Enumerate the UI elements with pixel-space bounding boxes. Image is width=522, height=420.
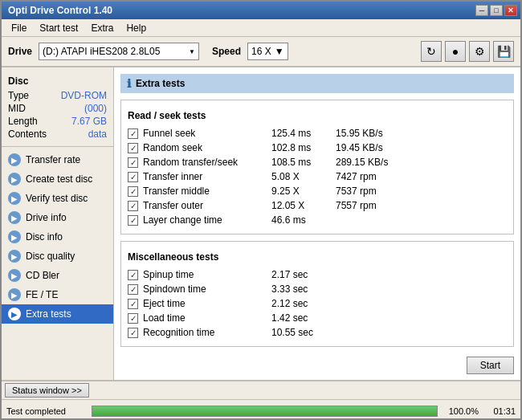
transfer-middle-checkbox[interactable]: ✓ xyxy=(128,186,138,197)
status-window-button[interactable]: Status window >> xyxy=(5,383,89,398)
misc-title: Miscellaneous tests xyxy=(128,251,507,263)
random-seek-checkbox[interactable]: ✓ xyxy=(128,143,138,153)
menu-help[interactable]: Help xyxy=(120,21,153,35)
eject-name: Eject time xyxy=(143,298,271,309)
eject-checkbox[interactable]: ✓ xyxy=(128,299,138,309)
refresh-button[interactable]: ↻ xyxy=(421,41,442,62)
transfer-inner-val1: 5.08 X xyxy=(271,171,336,182)
drive-select-value: (D:) ATAPI iHES208 2.8L05 xyxy=(43,46,160,57)
sidebar-item-label: FE / TE xyxy=(26,289,58,300)
save-button[interactable]: 💾 xyxy=(493,41,514,62)
speed-value: 16 X xyxy=(251,46,271,57)
eject-val1: 2.12 sec xyxy=(271,298,336,309)
spindown-name: Spindown time xyxy=(143,283,271,295)
spindown-checkbox[interactable]: ✓ xyxy=(128,284,138,295)
transfer-middle-val2: 7537 rpm xyxy=(336,186,377,197)
transfer-middle-val1: 9.25 X xyxy=(271,186,336,197)
cd-bler-icon: ▶ xyxy=(8,269,21,282)
disc-contents-label: Contents xyxy=(8,128,47,140)
disc-button[interactable]: ● xyxy=(445,41,466,62)
settings-button[interactable]: ⚙ xyxy=(469,41,490,62)
test-row: ✓ Transfer outer 12.05 X 7557 rpm xyxy=(128,198,507,213)
transfer-middle-name: Transfer middle xyxy=(143,186,271,197)
disc-quality-icon: ▶ xyxy=(8,250,21,263)
menu-start-test[interactable]: Start test xyxy=(33,21,84,35)
transfer-outer-checkbox[interactable]: ✓ xyxy=(128,201,138,211)
random-seek-val2: 19.45 KB/s xyxy=(336,142,383,153)
spinup-checkbox[interactable]: ✓ xyxy=(128,270,138,280)
start-button[interactable]: Start xyxy=(467,357,514,374)
close-button[interactable]: ✕ xyxy=(504,5,517,16)
speed-select[interactable]: 16 X ▼ xyxy=(247,43,288,60)
chevron-down-icon: ▼ xyxy=(275,46,284,57)
random-transfer-seek-val2: 289.15 KB/s xyxy=(336,157,388,168)
sidebar-item-disc-quality[interactable]: ▶ Disc quality xyxy=(2,247,113,266)
random-seek-val1: 102.8 ms xyxy=(271,142,336,153)
info-icon: ℹ xyxy=(127,77,131,90)
drive-label: Drive xyxy=(8,46,32,57)
recognition-name: Recognition time xyxy=(143,327,271,338)
read-seek-title: Read / seek tests xyxy=(128,110,507,121)
status-text: Test completed xyxy=(6,406,87,416)
disc-length-value: 7.67 GB xyxy=(71,116,107,127)
drive-select[interactable]: (D:) ATAPI iHES208 2.8L05 ▼ xyxy=(39,43,199,60)
recognition-val1: 10.55 sec xyxy=(271,327,336,338)
disc-length-row: Length 7.67 GB xyxy=(8,116,107,127)
sidebar-item-label: Disc quality xyxy=(26,251,75,262)
extra-tests-icon: ▶ xyxy=(8,308,21,320)
sidebar-item-label: Verify test disc xyxy=(26,193,88,204)
test-row: ✓ Layer change time 46.6 ms xyxy=(128,213,507,227)
maximize-button[interactable]: □ xyxy=(490,5,503,16)
extra-tests-header: ℹ Extra tests xyxy=(120,74,514,93)
load-val1: 1.42 sec xyxy=(271,312,336,324)
sidebar-item-drive-info[interactable]: ▶ Drive info xyxy=(2,208,113,227)
sidebar: Disc Type DVD-ROM MID (000) Length 7.67 … xyxy=(2,67,114,380)
status-bar: Status window >> xyxy=(2,380,520,399)
disc-length-label: Length xyxy=(8,116,38,127)
transfer-outer-val1: 12.05 X xyxy=(271,200,336,211)
funnel-seek-checkbox[interactable]: ✓ xyxy=(128,128,138,139)
disc-info-section: Disc Type DVD-ROM MID (000) Length 7.67 … xyxy=(2,71,113,147)
menu-extra[interactable]: Extra xyxy=(84,21,120,35)
minimize-button[interactable]: ─ xyxy=(475,5,488,16)
transfer-outer-val2: 7557 rpm xyxy=(336,200,377,211)
drive-icon-group: ↻ ● ⚙ 💾 xyxy=(421,41,514,62)
disc-section-title: Disc xyxy=(8,75,107,87)
disc-mid-row: MID (000) xyxy=(8,103,107,114)
load-name: Load time xyxy=(143,312,271,324)
recognition-checkbox[interactable]: ✓ xyxy=(128,328,138,338)
layer-change-name: Layer change time xyxy=(143,214,271,226)
random-transfer-seek-checkbox[interactable]: ✓ xyxy=(128,157,138,168)
chevron-down-icon: ▼ xyxy=(189,48,195,55)
test-row: ✓ Funnel seek 125.4 ms 15.95 KB/s xyxy=(128,126,507,141)
progress-percentage: 100.0% xyxy=(442,406,479,416)
progress-track xyxy=(92,406,438,417)
sidebar-item-label: CD Bler xyxy=(26,270,59,281)
sidebar-item-verify-test-disc[interactable]: ▶ Verify test disc xyxy=(2,189,113,208)
verify-test-disc-icon: ▶ xyxy=(8,192,21,205)
sidebar-item-disc-info[interactable]: ▶ Disc info xyxy=(2,227,113,247)
layer-change-val1: 46.6 ms xyxy=(271,214,336,226)
menu-file[interactable]: File xyxy=(5,21,33,35)
main-layout: Disc Type DVD-ROM MID (000) Length 7.67 … xyxy=(2,67,520,380)
disc-mid-value: (000) xyxy=(84,103,107,114)
layer-change-checkbox[interactable]: ✓ xyxy=(128,215,138,226)
transfer-rate-icon: ▶ xyxy=(8,153,21,166)
sidebar-item-create-test-disc[interactable]: ▶ Create test disc xyxy=(2,169,113,189)
random-transfer-seek-name: Random transfer/seek xyxy=(143,157,271,168)
sidebar-item-transfer-rate[interactable]: ▶ Transfer rate xyxy=(2,150,113,169)
spinup-val1: 2.17 sec xyxy=(271,269,336,280)
funnel-seek-val1: 125.4 ms xyxy=(271,128,336,139)
sidebar-item-label: Drive info xyxy=(26,212,67,223)
random-transfer-seek-val1: 108.5 ms xyxy=(271,157,336,168)
sidebar-item-cd-bler[interactable]: ▶ CD Bler xyxy=(2,266,113,285)
create-test-disc-icon: ▶ xyxy=(8,173,21,186)
drive-bar: Drive (D:) ATAPI iHES208 2.8L05 ▼ Speed … xyxy=(2,37,520,67)
disc-type-row: Type DVD-ROM xyxy=(8,90,107,101)
sidebar-item-label: Disc info xyxy=(26,231,63,243)
transfer-inner-checkbox[interactable]: ✓ xyxy=(128,172,138,182)
load-checkbox[interactable]: ✓ xyxy=(128,313,138,324)
sidebar-item-extra-tests[interactable]: ▶ Extra tests xyxy=(2,304,113,324)
sidebar-item-fe-te[interactable]: ▶ FE / TE xyxy=(2,285,113,304)
content-area: ℹ Extra tests Read / seek tests ✓ Funnel… xyxy=(114,67,520,380)
